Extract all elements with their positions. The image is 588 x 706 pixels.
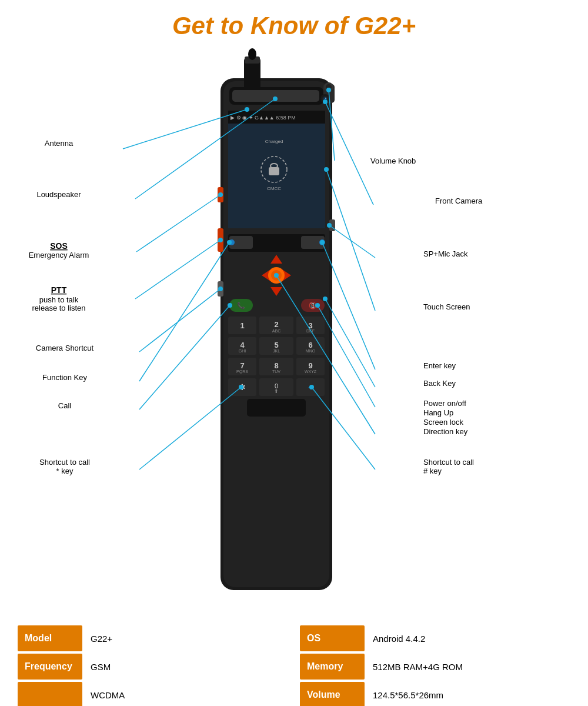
svg-line-112 xyxy=(139,242,229,381)
spec-label-empty xyxy=(18,682,82,706)
svg-text:PTT: PTT xyxy=(51,285,67,295)
svg-text:# key: # key xyxy=(423,467,442,475)
svg-text:Shortcut to call: Shortcut to call xyxy=(423,458,474,467)
spec-row-volume: Volume 124.5*56.5*26mm xyxy=(300,682,570,706)
spec-right: OS Android 4.4.2 Memory 512MB RAM+4G ROM… xyxy=(300,625,570,706)
svg-text:TUV: TUV xyxy=(272,369,280,374)
svg-text:Emergency Alarm: Emergency Alarm xyxy=(29,251,89,259)
svg-text:7: 7 xyxy=(240,361,244,370)
spec-row-memory: Memory 512MB RAM+4G ROM xyxy=(300,654,570,680)
svg-text:Loudspeaker: Loudspeaker xyxy=(36,190,81,199)
svg-text:Shortcut to call: Shortcut to call xyxy=(39,458,90,467)
spec-label-model: Model xyxy=(18,625,82,651)
svg-text:▶ ⚙ ◉ ✦ G▲▲▲ 6:58 PM: ▶ ⚙ ◉ ✦ G▲▲▲ 6:58 PM xyxy=(230,115,296,121)
svg-text:SOS: SOS xyxy=(50,241,68,251)
svg-text:Touch Screen: Touch Screen xyxy=(423,302,470,311)
spec-left: Model G22+ Frequency GSM WCDMA Battery 4… xyxy=(18,625,288,706)
svg-text:Function Key: Function Key xyxy=(42,373,87,382)
svg-line-115 xyxy=(139,305,230,409)
spec-row-frequency: Frequency GSM xyxy=(18,654,288,680)
svg-line-95 xyxy=(135,240,220,299)
svg-text:1: 1 xyxy=(240,321,244,330)
svg-line-109 xyxy=(325,299,375,387)
svg-text:Call: Call xyxy=(58,401,72,410)
svg-text:WXYZ: WXYZ xyxy=(305,369,317,374)
svg-line-100 xyxy=(326,169,375,311)
svg-point-110 xyxy=(323,297,328,301)
spec-value-os: Android 4.4.2 xyxy=(365,625,570,651)
svg-text:release to listen: release to listen xyxy=(32,304,85,312)
spec-label-memory: Memory xyxy=(300,654,365,680)
svg-point-96 xyxy=(218,238,223,242)
diagram-area: .ann-line { stroke: #1aabdb; stroke-widt… xyxy=(0,46,588,611)
spec-value-volume: 124.5*56.5*26mm xyxy=(365,682,570,706)
svg-line-85 xyxy=(325,102,373,205)
svg-text:5: 5 xyxy=(274,341,278,349)
svg-text:Back Key: Back Key xyxy=(423,379,456,388)
spec-value-model: G22+ xyxy=(82,625,288,651)
svg-point-77 xyxy=(245,107,249,112)
svg-point-107 xyxy=(320,240,325,245)
svg-text:Power on/off: Power on/off xyxy=(423,399,466,408)
svg-line-92 xyxy=(329,225,375,258)
svg-point-83 xyxy=(273,96,278,101)
svg-text:6: 6 xyxy=(308,341,312,349)
svg-text:2: 2 xyxy=(274,320,278,329)
spec-label-os: OS xyxy=(300,625,365,651)
svg-point-17 xyxy=(325,98,326,99)
spec-row-os: OS Android 4.4.2 xyxy=(300,625,570,651)
svg-text:Screen lock: Screen lock xyxy=(423,418,463,427)
spec-value-wcdma: WCDMA xyxy=(82,682,288,706)
svg-point-89 xyxy=(218,192,223,197)
spec-label-volume: Volume xyxy=(300,682,365,706)
svg-text:ABC: ABC xyxy=(272,329,280,333)
spec-label-frequency: Frequency xyxy=(18,654,82,680)
svg-text:Volume Knob: Volume Knob xyxy=(370,156,416,165)
svg-text:📞: 📞 xyxy=(237,301,245,309)
svg-text:⬆: ⬆ xyxy=(274,388,279,394)
svg-text:Charged: Charged xyxy=(265,139,283,144)
svg-point-127 xyxy=(239,385,243,389)
svg-point-93 xyxy=(327,223,332,228)
svg-line-88 xyxy=(136,195,220,252)
svg-text:MNO: MNO xyxy=(306,349,316,353)
svg-point-4 xyxy=(248,48,256,60)
svg-point-119 xyxy=(315,303,320,308)
spec-row-model: Model G22+ xyxy=(18,625,288,651)
svg-text:Antenna: Antenna xyxy=(45,139,74,148)
svg-point-101 xyxy=(324,167,329,172)
spec-row-wcdma: WCDMA xyxy=(18,682,288,706)
svg-text:4: 4 xyxy=(240,341,245,349)
svg-text:* key: * key xyxy=(56,467,74,475)
page-title: Get to Know of G22+ xyxy=(0,0,588,46)
svg-point-116 xyxy=(228,303,232,308)
spec-table: Model G22+ Frequency GSM WCDMA Battery 4… xyxy=(0,617,588,706)
svg-text:PQRS: PQRS xyxy=(236,369,248,374)
svg-line-103 xyxy=(139,289,220,352)
spec-value-frequency: GSM xyxy=(82,654,288,680)
spec-value-memory: 512MB RAM+4G ROM xyxy=(365,654,570,680)
svg-point-124 xyxy=(274,273,279,278)
svg-point-104 xyxy=(218,287,223,291)
svg-text:Hang Up: Hang Up xyxy=(423,408,453,417)
svg-point-131 xyxy=(309,385,314,389)
svg-text:Direction key: Direction key xyxy=(423,427,468,436)
svg-text:Front Camera: Front Camera xyxy=(435,197,483,205)
svg-text:GHI: GHI xyxy=(239,349,246,353)
svg-text:9: 9 xyxy=(308,361,312,370)
svg-point-86 xyxy=(323,99,328,104)
svg-text:push to talk: push to talk xyxy=(39,295,79,304)
svg-text:Camera Shortcut: Camera Shortcut xyxy=(36,344,94,352)
svg-text:CMCC: CMCC xyxy=(267,186,281,191)
svg-text:8: 8 xyxy=(274,361,278,370)
svg-point-113 xyxy=(227,240,232,245)
svg-rect-75 xyxy=(247,399,306,417)
svg-text:JKL: JKL xyxy=(273,349,280,353)
svg-text:Enter key: Enter key xyxy=(423,361,456,370)
svg-text:SP+Mic Jack: SP+Mic Jack xyxy=(423,249,468,258)
svg-point-80 xyxy=(326,88,331,92)
